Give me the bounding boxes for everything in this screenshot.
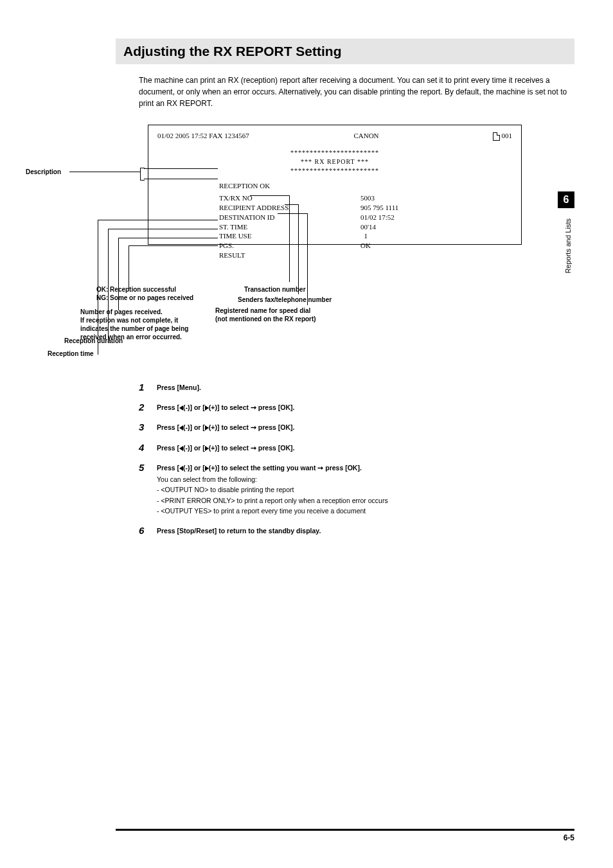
rx-report-sample: 01/02 2005 17:52 FAX 1234567 CANON 001 *… — [148, 125, 522, 245]
step: 5Press [(-)] or [(+)] to select the sett… — [139, 462, 574, 516]
row-value: 00'14 — [360, 222, 521, 232]
step-sub-item: - <OUTPUT YES> to print a report every t… — [157, 506, 388, 516]
page-footer: 6-5 — [116, 829, 574, 842]
row-value: 01/02 17:52 — [360, 213, 521, 222]
left-arrow-icon — [179, 446, 183, 451]
step-number: 4 — [139, 442, 157, 453]
step-sub-intro: You can select from the following: — [157, 475, 388, 484]
callout-senders-fax: Senders fax/telephone number — [238, 296, 332, 304]
step-sub-item: - <OUTPUT NO> to disable printing the re… — [157, 485, 388, 495]
stars-mid: *** RX REPORT *** — [148, 157, 521, 166]
step-body: Press [(-)] or [(+)] to select ➞ press [… — [157, 421, 294, 432]
right-arrow-icon — [205, 466, 209, 471]
callout-registered-name: Registered name for speed dial (not ment… — [215, 306, 316, 323]
reception-ok-line: RECEPTION OK — [148, 182, 521, 190]
callout-num-pages: Number of pages received. If reception w… — [80, 308, 188, 341]
left-arrow-icon — [179, 405, 183, 411]
row-value: 1 — [360, 231, 521, 241]
report-header-right: 001 — [431, 132, 512, 141]
step: 6Press [Stop/Reset] to return to the sta… — [139, 525, 574, 536]
row-label: ST. TIME — [219, 222, 360, 232]
row-value: 905 795 1111 — [360, 203, 521, 213]
row-label: TX/RX NO — [219, 193, 360, 203]
step-body: Press [Stop/Reset] to return to the stan… — [157, 525, 321, 536]
page-number: 6-5 — [116, 833, 574, 842]
right-arrow-icon — [205, 446, 209, 451]
callout-description: Description — [26, 168, 61, 175]
steps-list: 1Press [Menu].2Press [(-)] or [(+)] to s… — [139, 382, 574, 536]
report-figure: 01/02 2005 17:52 FAX 1234567 CANON 001 *… — [26, 125, 574, 356]
stars-top: *********************** — [148, 148, 521, 157]
chapter-tab: 6 — [558, 191, 574, 208]
step-number: 1 — [139, 382, 157, 393]
step-body: Press [(-)] or [(+)] to select the setti… — [157, 462, 388, 516]
right-arrow-icon — [205, 405, 209, 411]
callout-reception-time: Reception time — [48, 350, 94, 358]
step-body: Press [Menu]. — [157, 382, 201, 393]
section-title: Adjusting the RX REPORT Setting — [123, 44, 567, 59]
row-label: PGS. — [219, 241, 360, 251]
step-number: 2 — [139, 402, 157, 412]
step-number: 6 — [139, 525, 157, 536]
callout-ok-ng: OK: Reception successful NG: Some or no … — [96, 285, 193, 302]
right-arrow-icon — [205, 425, 209, 430]
report-header-left: 01/02 2005 17:52 FAX 1234567 — [157, 132, 302, 141]
row-value: 5003 — [360, 193, 521, 203]
step: 2Press [(-)] or [(+)] to select ➞ press … — [139, 402, 574, 412]
report-page-num: 001 — [502, 132, 513, 139]
step-body: Press [(-)] or [(+)] to select ➞ press [… — [157, 442, 294, 453]
row-label: TIME USE — [219, 231, 360, 241]
step-body: Press [(-)] or [(+)] to select ➞ press [… — [157, 402, 294, 412]
report-header-mid: CANON — [302, 132, 431, 141]
page-icon — [493, 132, 500, 141]
step-number: 3 — [139, 421, 157, 432]
step-sub-item: - <PRINT ERROR ONLY> to print a report o… — [157, 496, 388, 506]
step-number: 5 — [139, 462, 157, 516]
left-arrow-icon — [179, 425, 183, 430]
left-arrow-icon — [179, 466, 183, 471]
step: 1Press [Menu]. — [139, 382, 574, 393]
step: 4Press [(-)] or [(+)] to select ➞ press … — [139, 442, 574, 453]
row-value: OK — [360, 241, 521, 251]
intro-paragraph: The machine can print an RX (reception) … — [139, 75, 574, 109]
chapter-label: Reports and Lists — [564, 218, 572, 274]
row-label: RESULT — [219, 251, 360, 260]
callout-transaction-number: Transaction number — [244, 285, 306, 294]
step: 3Press [(-)] or [(+)] to select ➞ press … — [139, 421, 574, 432]
section-title-bar: Adjusting the RX REPORT Setting — [116, 39, 574, 64]
